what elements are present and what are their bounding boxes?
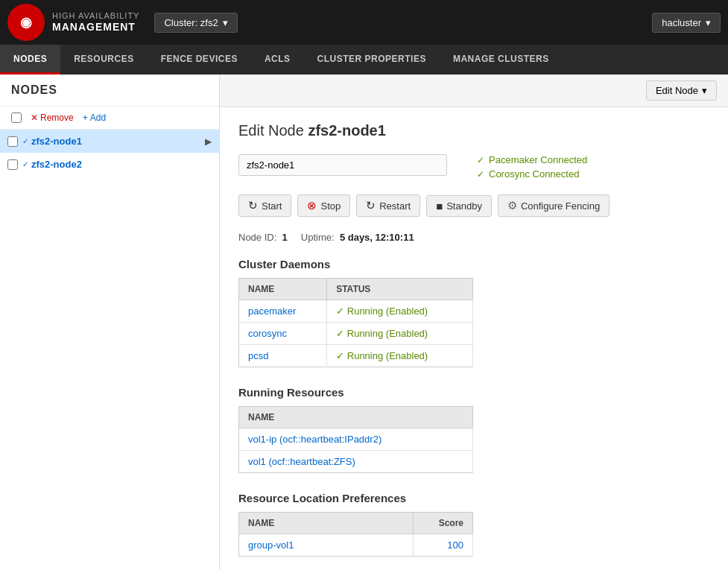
corosync-check-icon: ✓ — [477, 169, 484, 180]
node-id-value: 1 — [282, 232, 288, 243]
location-col-name: NAME — [239, 513, 414, 534]
configure-fencing-label: Configure Fencing — [521, 200, 600, 212]
node-chevron-2: ✓ — [22, 160, 28, 168]
node-checkbox-1[interactable] — [7, 136, 18, 147]
daemon-row-pacemaker: pacemaker ✓ Running (Enabled) — [239, 300, 473, 323]
standby-button[interactable]: ■ Standby — [426, 195, 492, 217]
uptime-label: Uptime: — [301, 232, 335, 243]
sidebar-title: NODES — [0, 75, 219, 107]
page-title-node-name: zfs2-node1 — [308, 122, 385, 139]
corosync-status-label: Corosync Connected — [489, 168, 579, 180]
add-label: Add — [90, 113, 106, 123]
daemon-status-pcsd: ✓ Running (Enabled) — [336, 350, 428, 361]
start-label: Start — [262, 200, 282, 212]
standby-label: Standby — [446, 200, 482, 212]
location-row-group-vol1: group-vol1 100 — [239, 534, 473, 557]
configure-fencing-button[interactable]: ⚙ Configure Fencing — [498, 194, 610, 217]
restart-icon: ↻ — [366, 199, 376, 212]
standby-icon: ■ — [436, 200, 443, 212]
sidebar-actions: ✕ Remove + Add — [0, 107, 219, 130]
nav-item-acls[interactable]: ACLS — [251, 45, 304, 75]
node-checkbox-2[interactable] — [7, 159, 18, 170]
restart-label: Restart — [379, 200, 411, 212]
daemon-row-corosync: corosync ✓ Running (Enabled) — [239, 323, 473, 345]
node-name-2: zfs2-node2 — [31, 159, 212, 170]
app-logo: ◉ — [7, 4, 45, 41]
content-header: Edit Node ▾ — [220, 75, 728, 107]
nav-item-manage-clusters[interactable]: MANAGE CLUSTERS — [440, 45, 563, 75]
app-header: ◉ HIGH AVAILABILITY MANAGEMENT Cluster: … — [0, 0, 728, 45]
daemon-name-corosync[interactable]: corosync — [248, 328, 287, 339]
remove-label: Remove — [40, 113, 74, 123]
edit-node-label: Edit Node — [656, 85, 698, 96]
node-name-input[interactable] — [238, 154, 447, 176]
main-nav: NODESRESOURCESFENCE DEVICESACLSCLUSTER P… — [0, 45, 728, 75]
brand-bottom: MANAGEMENT — [52, 21, 139, 34]
nav-item-cluster-properties[interactable]: CLUSTER PROPERTIES — [304, 45, 440, 75]
nav-item-resources[interactable]: RESOURCES — [60, 45, 148, 75]
daemons-col-name: NAME — [239, 279, 327, 300]
running-resources-title: Running Resources — [238, 386, 709, 399]
cluster-selector-arrow: ▾ — [223, 17, 228, 28]
daemon-status-pacemaker: ✓ Running (Enabled) — [336, 305, 428, 317]
user-selector[interactable]: hacluster ▾ — [652, 13, 721, 33]
stop-label: Stop — [320, 200, 341, 212]
pacemaker-status-label: Pacemaker Connected — [489, 154, 587, 165]
node-info: Node ID: 1 Uptime: 5 days, 12:10:11 — [238, 232, 709, 243]
start-icon: ↻ — [248, 199, 258, 212]
daemon-name-pacemaker[interactable]: pacemaker — [248, 305, 296, 317]
running-resources-table: NAME vol1-ip (ocf::heartbeat:IPaddr2) vo… — [238, 406, 473, 473]
status-pacemaker: ✓ Pacemaker Connected — [477, 154, 587, 165]
uptime-value: 5 days, 12:10:11 — [340, 232, 414, 243]
sidebar: NODES ✕ Remove + Add ✓ zfs2-node1 ▶ ✓ zf… — [0, 75, 220, 570]
remove-action[interactable]: ✕ Remove — [31, 113, 74, 123]
daemon-row-pcsd: pcsd ✓ Running (Enabled) — [239, 345, 473, 367]
main-layout: NODES ✕ Remove + Add ✓ zfs2-node1 ▶ ✓ zf… — [0, 75, 728, 570]
edit-node-arrow: ▾ — [702, 85, 707, 96]
start-button[interactable]: ↻ Start — [238, 194, 291, 217]
page-title-prefix: Edit Node — [238, 122, 304, 139]
resource-row-vol1-ip: vol1-ip (ocf::heartbeat:IPaddr2) — [239, 428, 473, 451]
stop-icon: ⊗ — [307, 199, 317, 212]
nav-item-fence-devices[interactable]: FENCE DEVICES — [148, 45, 251, 75]
daemon-status-corosync: ✓ Running (Enabled) — [336, 328, 428, 339]
user-selector-label: hacluster — [662, 17, 701, 28]
resource-name-vol1[interactable]: vol1 (ocf::heartbeat:ZFS) — [248, 456, 355, 467]
brand-top: HIGH AVAILABILITY — [52, 11, 139, 21]
cluster-selector[interactable]: Cluster: zfs2 ▾ — [154, 13, 237, 33]
location-score-group-vol1: 100 — [414, 534, 473, 557]
restart-button[interactable]: ↻ Restart — [356, 194, 420, 217]
node-expand-arrow-1: ▶ — [205, 136, 212, 147]
nav-item-nodes[interactable]: NODES — [0, 45, 60, 75]
node-row-zfs2-node2[interactable]: ✓ zfs2-node2 — [0, 153, 219, 176]
add-plus-icon: + — [83, 113, 88, 123]
location-name-group-vol1[interactable]: group-vol1 — [248, 539, 294, 551]
cluster-daemons-title: Cluster Daemons — [238, 258, 709, 270]
resource-name-vol1-ip[interactable]: vol1-ip (ocf::heartbeat:IPaddr2) — [248, 434, 382, 445]
node-row-zfs2-node1[interactable]: ✓ zfs2-node1 ▶ — [0, 130, 219, 153]
daemon-name-pcsd[interactable]: pcsd — [248, 350, 268, 361]
edit-node-button[interactable]: Edit Node ▾ — [646, 80, 717, 101]
select-all-checkbox[interactable] — [11, 113, 22, 123]
add-action[interactable]: + Add — [83, 113, 106, 123]
action-buttons: ↻ Start ⊗ Stop ↻ Restart ■ Standby ⚙ C — [238, 194, 709, 217]
node-name-1: zfs2-node1 — [31, 136, 205, 147]
fencing-icon: ⚙ — [507, 199, 517, 212]
user-selector-arrow: ▾ — [706, 17, 711, 28]
status-list: ✓ Pacemaker Connected ✓ Corosync Connect… — [477, 154, 587, 180]
node-chevron-1: ✓ — [22, 137, 28, 145]
resource-location-title: Resource Location Preferences — [238, 492, 709, 504]
cluster-daemons-table: NAME STATUS pacemaker ✓ Running (Enabled… — [238, 278, 473, 367]
resource-location-table: NAME Score group-vol1 100 — [238, 512, 473, 557]
content-area: Edit Node ▾ Edit Node zfs2-node1 ✓ Pacem… — [220, 75, 728, 570]
resource-row-vol1: vol1 (ocf::heartbeat:ZFS) — [239, 451, 473, 473]
node-form-row: ✓ Pacemaker Connected ✓ Corosync Connect… — [238, 154, 709, 180]
remove-x-icon: ✕ — [31, 113, 38, 123]
stop-button[interactable]: ⊗ Stop — [297, 194, 350, 217]
location-col-score: Score — [414, 513, 473, 534]
resources-col-name: NAME — [239, 407, 473, 428]
content-body: Edit Node zfs2-node1 ✓ Pacemaker Connect… — [220, 107, 728, 570]
daemons-col-status: STATUS — [327, 279, 473, 300]
node-id-label: Node ID: — [238, 232, 276, 243]
status-corosync: ✓ Corosync Connected — [477, 168, 587, 180]
